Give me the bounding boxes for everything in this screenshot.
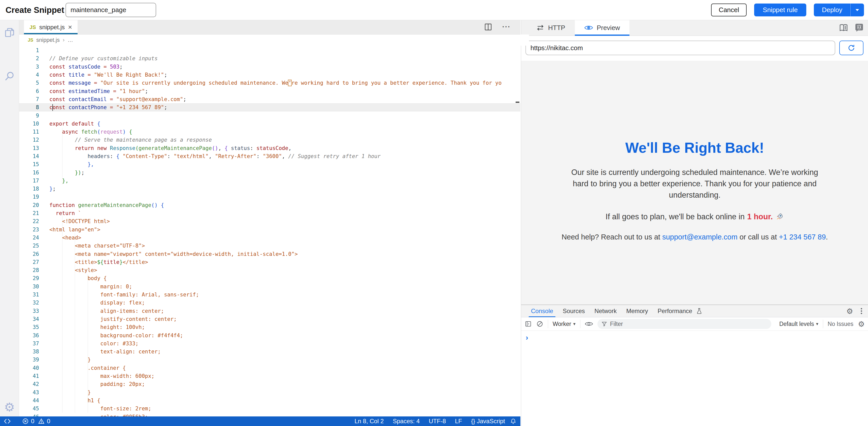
console-filter-input[interactable]: Filter (597, 319, 771, 329)
breadcrumb-more[interactable]: … (67, 37, 73, 44)
code-token: fetch (81, 129, 97, 135)
status-bar-item[interactable]: {} JavaScript (471, 418, 505, 425)
code-line[interactable]: 11 async fetch(request) { (19, 128, 520, 136)
files-icon[interactable] (3, 26, 16, 38)
deploy-dropdown-button[interactable] (850, 3, 864, 17)
status-bar-item[interactable]: Ln 8, Col 2 (354, 418, 383, 425)
more-actions-icon[interactable]: ⋯ (502, 22, 510, 31)
code-line[interactable]: 17 }, (19, 177, 520, 185)
cancel-button[interactable]: Cancel (711, 3, 747, 17)
devtools-tab-sources[interactable]: Sources (558, 305, 590, 317)
code-line[interactable]: 20function generateMaintenancePage() { (19, 201, 520, 209)
code-line[interactable]: 2// Define your customizable inputs (19, 54, 520, 62)
code-line[interactable]: 36 background-color: #f4f4f4; (19, 331, 520, 339)
status-bar-item[interactable]: Spaces: 4 (393, 418, 420, 425)
code-line[interactable]: 44 h1 { (19, 397, 520, 404)
console-prompt-chevron[interactable]: › (526, 333, 528, 342)
code-line[interactable]: 28 <style> (19, 266, 520, 274)
settings-gear-icon[interactable]: ⚙ (4, 400, 15, 414)
email-link[interactable]: support@example.com (662, 233, 738, 241)
code-line[interactable]: 38 text-align: center; (19, 348, 520, 356)
code-line[interactable]: 25 <meta charset="UTF-8"> (19, 242, 520, 250)
code-line[interactable]: 1 (19, 47, 520, 54)
kebab-menu-icon[interactable] (860, 307, 863, 315)
status-bar-item[interactable]: UTF-8 (429, 418, 446, 425)
execution-context-dropdown[interactable]: Worker ▾ (553, 321, 576, 328)
discord-icon[interactable] (854, 23, 864, 33)
code-line[interactable]: 32 display: flex; (19, 299, 520, 307)
line-number: 17 (19, 178, 39, 184)
console-output[interactable]: › (521, 331, 868, 341)
code-line[interactable]: 3const statusCode = 503; (19, 63, 520, 71)
code-line[interactable]: 4const title = "We'll Be Right Back!"; (19, 71, 520, 79)
tab-preview[interactable]: Preview (575, 20, 629, 35)
header-actions: Cancel Snippet rule Deploy (711, 0, 864, 20)
code-editor[interactable]: 12// Define your customizable inputs3con… (19, 46, 520, 417)
code-line[interactable]: 16 }); (19, 168, 520, 176)
devtools-tab-console[interactable]: Console (526, 305, 558, 317)
docs-book-icon[interactable] (839, 23, 848, 32)
issues-counter[interactable]: No Issues (828, 321, 854, 328)
deploy-button[interactable]: Deploy (814, 3, 850, 17)
code-line[interactable]: 13 return new Response(generateMaintenan… (19, 144, 520, 152)
remote-indicator[interactable] (3, 418, 11, 425)
tab-snippet-js[interactable]: JS snippet.js × (24, 20, 78, 34)
close-tab-icon[interactable]: × (68, 24, 72, 31)
phone-link[interactable]: +1 234 567 89 (779, 233, 826, 241)
code-line[interactable]: 23<html lang="en"> (19, 226, 520, 234)
code-line[interactable]: 26 <meta name="viewport" content="width=… (19, 250, 520, 258)
code-line[interactable]: 39 } (19, 356, 520, 364)
code-line[interactable]: 12 // Serve the maintenance page as a re… (19, 136, 520, 144)
console-settings-gear-icon[interactable]: ⚙ (858, 320, 865, 329)
snippet-rule-button[interactable]: Snippet rule (754, 3, 806, 17)
code-line[interactable]: 10export default { (19, 120, 520, 128)
tab-http[interactable]: HTTP (527, 20, 575, 35)
notifications-bell-icon[interactable] (510, 418, 520, 425)
code-line[interactable]: 8const contactPhone = "+1 234 567 89"; (19, 103, 520, 111)
code-line[interactable]: 29 body { (19, 274, 520, 282)
code-line[interactable]: 31 font-family: Arial, sans-serif; (19, 291, 520, 299)
code-line[interactable]: 6const estimatedTime = "1 hour"; (19, 87, 520, 95)
devtools-tab-network[interactable]: Network (590, 305, 621, 317)
devtools-tab-performance[interactable]: Performance (653, 305, 707, 317)
code-line[interactable]: 18}; (19, 185, 520, 193)
code-line[interactable]: 35 height: 100vh; (19, 323, 520, 331)
code-line[interactable]: 19 (19, 193, 520, 201)
search-icon[interactable] (3, 70, 16, 82)
code-line[interactable]: 14 headers: { "Content-Type": "text/html… (19, 152, 520, 160)
split-editor-icon[interactable] (484, 23, 493, 31)
code-line[interactable]: 5const message = "Our site is currently … (19, 79, 520, 87)
breadcrumb-file[interactable]: snippet.js (36, 37, 60, 44)
code-text: const statusCode = 503; (50, 64, 123, 70)
code-line[interactable]: 40 .container { (19, 364, 520, 372)
code-line[interactable]: 21 return ` (19, 209, 520, 217)
code-line[interactable]: 22 <!DOCTYPE html> (19, 217, 520, 225)
log-levels-dropdown[interactable]: Default levels ▾ (779, 321, 818, 328)
code-line[interactable]: 9 (19, 111, 520, 119)
breadcrumb[interactable]: JS snippet.js › … (19, 34, 529, 46)
code-line[interactable]: 27 <title>${title}</title> (19, 258, 520, 266)
console-sidebar-toggle-icon[interactable] (525, 320, 532, 328)
code-line[interactable]: 46 color: #0056b3; (19, 413, 520, 417)
live-expression-eye-icon[interactable] (585, 321, 593, 327)
clear-console-icon[interactable] (536, 320, 543, 328)
code-line[interactable]: 34 justify-content: center; (19, 315, 520, 323)
snippet-name-input[interactable] (65, 3, 156, 17)
code-line[interactable]: 41 max-width: 600px; (19, 372, 520, 380)
problems-indicator[interactable]: 0 0 (22, 418, 51, 425)
devtools-settings-gear-icon[interactable]: ⚙ (846, 307, 853, 316)
code-line[interactable]: 15 }, (19, 160, 520, 168)
devtools-tab-memory[interactable]: Memory (621, 305, 653, 317)
code-line[interactable]: 37 color: #333; (19, 340, 520, 348)
code-line[interactable]: 42 padding: 20px; (19, 380, 520, 388)
code-line[interactable]: 33 align-items: center; (19, 307, 520, 315)
preview-url-input[interactable] (525, 40, 835, 55)
status-bar-item[interactable]: LF (455, 418, 462, 425)
refresh-button[interactable] (839, 40, 864, 55)
code-line[interactable]: 30 margin: 0; (19, 283, 520, 291)
code-line[interactable]: 45 font-size: 2rem; (19, 404, 520, 413)
code-line[interactable]: 43 } (19, 388, 520, 396)
code-line[interactable]: 24 <head> (19, 234, 520, 242)
code-line[interactable]: 7const contactEmail = "support@example.c… (19, 95, 520, 103)
javascript-file-icon: JS (28, 37, 33, 43)
